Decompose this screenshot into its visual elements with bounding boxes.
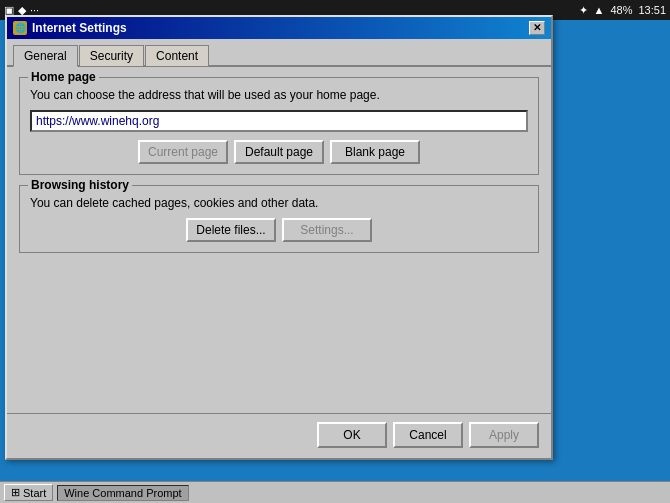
cancel-button[interactable]: Cancel: [393, 422, 463, 448]
browsing-history-label: Browsing history: [28, 178, 132, 192]
ok-button[interactable]: OK: [317, 422, 387, 448]
start-label: Start: [23, 487, 46, 499]
battery-status: 48%: [610, 4, 632, 16]
dialog-footer: OK Cancel Apply: [7, 413, 551, 458]
wifi-icon: ▲: [594, 4, 605, 16]
taskbar-right: ✦ ▲ 48% 13:51: [579, 4, 666, 17]
dialog-title: Internet Settings: [32, 21, 127, 35]
home-page-buttons: Current page Default page Blank page: [30, 140, 528, 164]
bluetooth-icon: ✦: [579, 4, 588, 17]
taskbar-bottom: ⊞ Start Wine Command Prompt: [0, 481, 670, 503]
default-page-button[interactable]: Default page: [234, 140, 324, 164]
tab-general[interactable]: General: [13, 45, 78, 67]
internet-settings-dialog: 🌐 Internet Settings ✕ General Security C…: [5, 15, 553, 460]
home-page-group: Home page You can choose the address tha…: [19, 77, 539, 175]
spacer: [19, 263, 539, 403]
tab-content[interactable]: Content: [145, 45, 209, 66]
current-page-button[interactable]: Current page: [138, 140, 228, 164]
apply-button[interactable]: Apply: [469, 422, 539, 448]
close-button[interactable]: ✕: [529, 21, 545, 35]
home-page-description: You can choose the address that will be …: [30, 88, 528, 102]
tab-bar: General Security Content: [7, 39, 551, 67]
url-input[interactable]: [30, 110, 528, 132]
home-page-label: Home page: [28, 70, 99, 84]
clock: 13:51: [638, 4, 666, 16]
title-left: 🌐 Internet Settings: [13, 21, 127, 35]
tab-security[interactable]: Security: [79, 45, 144, 66]
dialog-content: Home page You can choose the address tha…: [7, 67, 551, 413]
delete-files-button[interactable]: Delete files...: [186, 218, 276, 242]
start-button[interactable]: ⊞ Start: [4, 484, 53, 501]
browsing-history-buttons: Delete files... Settings...: [30, 218, 528, 242]
settings-button[interactable]: Settings...: [282, 218, 372, 242]
dialog-icon: 🌐: [13, 21, 27, 35]
browsing-history-description: You can delete cached pages, cookies and…: [30, 196, 528, 210]
start-icon: ⊞: [11, 486, 20, 499]
taskbar-wine-item[interactable]: Wine Command Prompt: [57, 485, 188, 501]
dialog-titlebar: 🌐 Internet Settings ✕: [7, 17, 551, 39]
blank-page-button[interactable]: Blank page: [330, 140, 420, 164]
browsing-history-group: Browsing history You can delete cached p…: [19, 185, 539, 253]
